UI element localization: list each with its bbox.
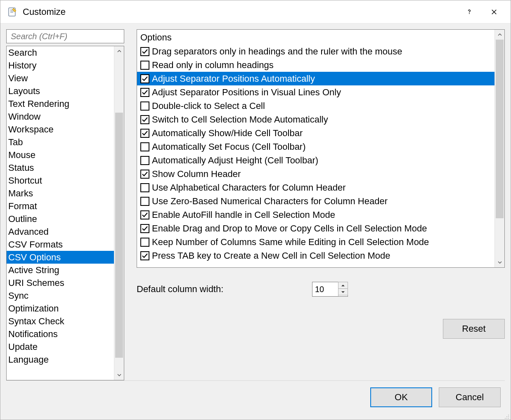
scroll-up-button[interactable] — [495, 30, 504, 40]
option-checkbox[interactable] — [140, 183, 149, 192]
option-item[interactable]: Press TAB key to Create a New Cell in Ce… — [137, 249, 494, 262]
resize-grip[interactable] — [503, 412, 510, 419]
option-checkbox[interactable] — [140, 210, 149, 219]
close-button[interactable] — [482, 4, 506, 20]
option-item[interactable]: Drag separators only in headings and the… — [137, 45, 494, 58]
category-item[interactable]: Active String — [7, 264, 114, 276]
category-item[interactable]: Marks — [7, 187, 114, 200]
category-item[interactable]: CSV Options — [7, 251, 114, 264]
option-item[interactable]: Double-click to Select a Cell — [137, 99, 494, 113]
option-checkbox[interactable] — [140, 156, 149, 165]
category-list[interactable]: SearchHistoryViewLayoutsText RenderingWi… — [6, 46, 124, 380]
category-item[interactable]: Update — [7, 340, 114, 353]
category-item[interactable]: View — [7, 72, 114, 85]
scroll-down-button[interactable] — [114, 370, 124, 380]
option-item[interactable]: Keep Number of Columns Same while Editin… — [137, 235, 494, 249]
option-checkbox[interactable] — [140, 74, 149, 83]
option-checkbox[interactable] — [140, 129, 149, 138]
option-item[interactable]: Adjust Separator Positions Automatically — [137, 72, 494, 85]
option-item[interactable]: Enable Drag and Drop to Move or Copy Cel… — [137, 222, 494, 235]
search-input[interactable] — [10, 31, 121, 42]
scroll-down-button[interactable] — [495, 257, 504, 267]
category-item[interactable]: Layouts — [7, 85, 114, 97]
category-item[interactable]: Shortcut — [7, 174, 114, 187]
option-label: Automatically Adjust Height (Cell Toolba… — [152, 155, 318, 166]
category-item[interactable]: History — [7, 59, 114, 72]
content-area: SearchHistoryViewLayoutsText RenderingWi… — [6, 29, 505, 380]
options-list[interactable]: Options Drag separators only in headings… — [137, 29, 505, 268]
scroll-up-button[interactable] — [114, 46, 124, 56]
option-item[interactable]: Use Zero-Based Numerical Characters for … — [137, 194, 494, 208]
category-item[interactable]: Mouse — [7, 149, 114, 161]
category-item[interactable]: Optimization — [7, 302, 114, 315]
option-label: Press TAB key to Create a New Cell in Ce… — [152, 250, 390, 261]
category-item[interactable]: Tab — [7, 136, 114, 149]
option-label: Use Zero-Based Numerical Characters for … — [152, 196, 388, 207]
spinner-up-button[interactable] — [338, 282, 348, 289]
close-icon — [490, 8, 498, 16]
options-scrollbar[interactable] — [494, 30, 504, 267]
dialog-footer: OK Cancel — [6, 381, 505, 414]
default-column-width-label: Default column width: — [137, 284, 223, 295]
help-icon — [466, 8, 473, 16]
svg-rect-5 — [508, 415, 509, 415]
window-title: Customize — [23, 7, 66, 17]
category-item[interactable]: Advanced — [7, 225, 114, 238]
option-checkbox[interactable] — [140, 115, 149, 124]
cancel-button[interactable]: Cancel — [439, 387, 501, 407]
option-checkbox[interactable] — [140, 238, 149, 247]
category-item[interactable]: Sync — [7, 289, 114, 302]
default-column-width-spinner[interactable] — [312, 282, 348, 297]
scroll-thumb[interactable] — [496, 40, 504, 218]
category-item[interactable]: Text Rendering — [7, 97, 114, 110]
option-checkbox[interactable] — [140, 101, 149, 111]
option-checkbox[interactable] — [140, 224, 149, 233]
category-item[interactable]: Outline — [7, 212, 114, 225]
category-item[interactable]: CSV Formats — [7, 238, 114, 251]
svg-rect-10 — [508, 418, 509, 419]
option-item[interactable]: Enable AutoFill handle in Cell Selection… — [137, 208, 494, 222]
spinner-down-button[interactable] — [338, 288, 348, 295]
option-item[interactable]: Automatically Show/Hide Cell Toolbar — [137, 126, 494, 140]
option-checkbox[interactable] — [140, 251, 149, 260]
option-item[interactable]: Adjust Separator Positions in Visual Lin… — [137, 85, 494, 99]
category-item[interactable]: Window — [7, 110, 114, 123]
option-checkbox[interactable] — [140, 197, 149, 206]
option-checkbox[interactable] — [140, 47, 149, 56]
reset-button[interactable]: Reset — [443, 319, 505, 339]
option-item[interactable]: Show Column Header — [137, 167, 494, 181]
option-label: Automatically Show/Hide Cell Toolbar — [152, 128, 303, 139]
category-item[interactable]: Language — [7, 353, 114, 366]
option-checkbox[interactable] — [140, 170, 149, 179]
category-item[interactable]: URI Schemes — [7, 276, 114, 289]
scroll-thumb[interactable] — [115, 113, 123, 358]
default-column-width-input[interactable] — [312, 282, 338, 296]
category-item[interactable]: Syntax Check — [7, 315, 114, 328]
category-item[interactable]: Format — [7, 200, 114, 212]
category-item[interactable]: Status — [7, 161, 114, 174]
option-item[interactable]: Automatically Set Focus (Cell Toolbar) — [137, 140, 494, 153]
option-label: Drag separators only in headings and the… — [152, 46, 402, 57]
option-label: Enable Drag and Drop to Move or Copy Cel… — [152, 223, 427, 234]
help-button[interactable] — [457, 4, 482, 20]
option-item[interactable]: Switch to Cell Selection Mode Automatica… — [137, 113, 494, 126]
category-item[interactable]: Workspace — [7, 123, 114, 136]
scroll-track[interactable] — [114, 56, 124, 370]
option-label: Double-click to Select a Cell — [152, 101, 265, 111]
category-item[interactable]: Notifications — [7, 328, 114, 340]
option-item[interactable]: Read only in column headings — [137, 58, 494, 72]
option-item[interactable]: Use Alphabetical Characters for Column H… — [137, 181, 494, 194]
svg-point-4 — [469, 13, 470, 14]
option-label: Read only in column headings — [152, 60, 274, 71]
option-item[interactable]: Automatically Adjust Height (Cell Toolba… — [137, 153, 494, 167]
category-scrollbar[interactable] — [114, 46, 124, 380]
category-item[interactable]: Search — [7, 46, 114, 59]
option-label: Show Column Header — [152, 169, 241, 179]
option-checkbox[interactable] — [140, 142, 149, 151]
ok-button[interactable]: OK — [370, 387, 432, 407]
scroll-track[interactable] — [495, 40, 504, 257]
option-checkbox[interactable] — [140, 61, 149, 70]
svg-rect-9 — [506, 418, 507, 419]
option-checkbox[interactable] — [140, 88, 149, 97]
left-column: SearchHistoryViewLayoutsText RenderingWi… — [6, 29, 124, 380]
